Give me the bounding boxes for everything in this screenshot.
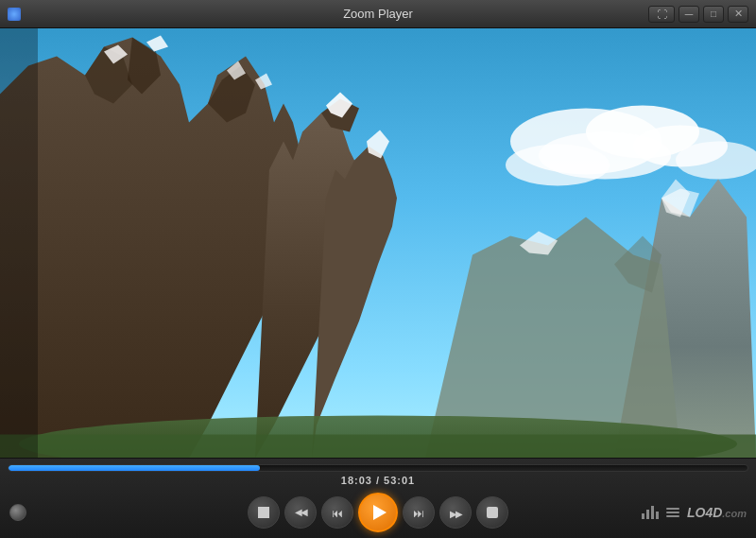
svg-rect-25: [0, 435, 756, 459]
expand-button[interactable]: ⛶: [648, 6, 675, 23]
next-button[interactable]: [403, 496, 435, 529]
progress-area: 18:03 / 53:01: [0, 459, 756, 488]
stop-button[interactable]: [248, 496, 280, 529]
minimize-button[interactable]: ─: [679, 6, 699, 23]
time-display: 18:03 / 53:01: [8, 475, 748, 486]
prev-icon: [332, 504, 343, 521]
window-controls: ⛶ ─ □ ✕: [648, 6, 748, 23]
menu-icon[interactable]: [666, 508, 679, 517]
lo4d-suffix: .com: [722, 508, 747, 519]
video-area[interactable]: [0, 28, 756, 458]
video-frame: [0, 28, 756, 458]
minimize-icon: ─: [685, 8, 694, 21]
record-button[interactable]: [476, 496, 508, 529]
lo4d-logo: LO4D.com: [687, 505, 747, 520]
playback-controls: [248, 493, 508, 532]
expand-icon: ⛶: [657, 9, 667, 20]
play-icon: [373, 505, 387, 520]
maximize-icon: □: [711, 9, 716, 19]
progress-fill: [9, 465, 260, 471]
window-title: Zoom Player: [343, 7, 413, 21]
maximize-button[interactable]: □: [703, 6, 724, 23]
record-icon: [487, 507, 498, 518]
controls-bar: 18:03 / 53:01: [0, 458, 756, 538]
close-button[interactable]: ✕: [728, 6, 748, 23]
title-bar: Zoom Player ⛶ ─ □ ✕: [0, 0, 756, 28]
app-icon: [8, 8, 21, 21]
progress-bar[interactable]: [8, 464, 748, 472]
volume-knob[interactable]: [9, 504, 26, 521]
bottom-controls: LO4D.com: [0, 488, 756, 538]
equalizer-icon: [642, 506, 659, 519]
prev-button[interactable]: [321, 496, 353, 529]
title-bar-left: [8, 8, 21, 21]
volume-section: [9, 504, 104, 521]
next-icon: [413, 504, 424, 521]
close-icon: ✕: [734, 8, 743, 20]
rewind-icon: [295, 507, 306, 517]
rewind-button[interactable]: [284, 496, 317, 529]
svg-rect-26: [0, 28, 38, 458]
logo-section: LO4D.com: [652, 505, 747, 520]
fast-forward-icon: [450, 504, 461, 521]
fast-forward-button[interactable]: [439, 496, 472, 529]
stop-icon: [258, 507, 269, 518]
play-button[interactable]: [358, 493, 398, 532]
svg-point-6: [506, 145, 610, 186]
